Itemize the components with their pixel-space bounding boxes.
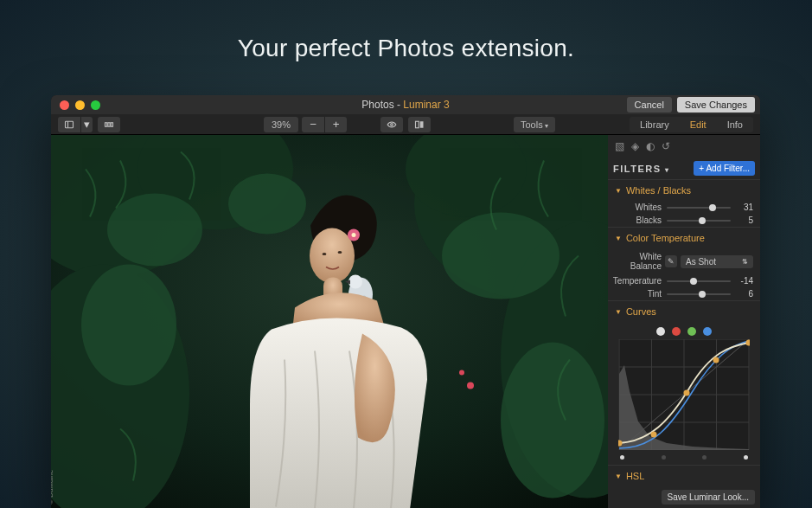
slider-whites[interactable]: Whites 31 (608, 201, 760, 214)
curve-dot[interactable] (702, 455, 707, 460)
svg-point-25 (467, 383, 474, 389)
layers-icon[interactable]: ◈ (631, 140, 639, 152)
slider-label: Blacks (608, 215, 662, 225)
main-area: © DaMaine ▧ ◈ ◐ ↺ FILTERS ▾ + Add Filter… (51, 135, 760, 508)
wb-dropdown[interactable]: As Shot ⇅ (681, 255, 753, 268)
curve-channel-green[interactable] (687, 327, 696, 336)
slider-label: Tint (608, 289, 662, 299)
tools-dropdown[interactable]: Tools ▾ (514, 117, 555, 132)
panel-whites-blacks: ▼ Whites / Blacks Whites 31 Blacks 5 (608, 179, 760, 227)
close-button[interactable] (60, 100, 69, 110)
panel-head-color-temp[interactable]: ▼ Color Temperature (608, 228, 760, 248)
slider-value: 31 (736, 203, 753, 212)
histogram-icon[interactable]: ▧ (615, 140, 624, 152)
zoom-percent[interactable]: 39% (264, 117, 298, 132)
curve-channel-luma[interactable] (656, 327, 665, 336)
svg-point-32 (352, 233, 356, 237)
disclosure-icon: ▼ (615, 308, 622, 316)
maximize-button[interactable] (91, 100, 100, 110)
slider-value: -14 (736, 276, 753, 286)
zoom-controls: 39% − + (264, 117, 347, 132)
slider-label: Temperature (608, 276, 662, 286)
panel-curves: ▼ Curves (608, 300, 760, 465)
filmstrip-icon[interactable] (98, 117, 120, 132)
slider-thumb[interactable] (699, 291, 706, 298)
tab-info[interactable]: Info (717, 117, 753, 132)
svg-point-17 (501, 343, 604, 498)
cancel-button[interactable]: Cancel (627, 97, 672, 113)
slider-track[interactable] (667, 293, 731, 295)
save-look-button[interactable]: Save Luminar Look... (662, 490, 756, 505)
toolbar: ▾ 39% − + Tools ▾ Library Edit Info (51, 114, 760, 135)
sidebar-toggle-icon[interactable] (58, 117, 80, 132)
panel-head-hsl[interactable]: ▼ HSL (608, 466, 760, 486)
panel-title: HSL (626, 471, 644, 481)
disclosure-icon: ▼ (615, 187, 622, 195)
image-canvas[interactable]: © DaMaine (51, 135, 608, 508)
preview-eye-icon[interactable] (380, 117, 403, 132)
layout-dropdown-icon[interactable]: ▾ (80, 117, 93, 132)
curve-channel-red[interactable] (672, 327, 681, 336)
panel-head-curves[interactable]: ▼ Curves (608, 301, 760, 322)
save-changes-button[interactable]: Save Changes (677, 97, 755, 113)
zoom-in-button[interactable]: + (324, 117, 347, 132)
curves-canvas[interactable] (618, 339, 750, 450)
disclosure-icon: ▼ (615, 235, 622, 242)
add-filter-button[interactable]: + Add Filter... (694, 161, 755, 176)
svg-point-48 (651, 432, 657, 438)
svg-point-26 (459, 370, 464, 376)
svg-point-16 (442, 213, 559, 299)
filters-header: FILTERS ▾ + Add Filter... (608, 158, 760, 179)
tab-edit[interactable]: Edit (680, 117, 717, 132)
layout-segment: ▾ (58, 117, 93, 132)
minimize-button[interactable] (75, 100, 85, 110)
panel-head-whites-blacks[interactable]: ▼ Whites / Blacks (608, 180, 760, 201)
white-balance-row: White Balance ✎ As Shot ⇅ (608, 248, 760, 274)
disclosure-icon: ▼ (615, 473, 622, 480)
curve-channel-blue[interactable] (703, 327, 712, 336)
titlebar-actions: Cancel Save Changes (627, 97, 755, 113)
filmstrip-toggle[interactable] (98, 117, 120, 132)
curve-dot[interactable] (662, 455, 666, 460)
slider-track[interactable] (667, 280, 731, 282)
curve-dot[interactable] (620, 455, 624, 460)
svg-point-18 (81, 265, 176, 386)
svg-rect-7 (420, 121, 424, 128)
svg-rect-4 (111, 122, 112, 126)
slider-track[interactable] (667, 220, 731, 222)
titlebar: Photos - Luminar 3 Cancel Save Changes (51, 95, 760, 114)
svg-point-50 (713, 357, 719, 363)
slider-track[interactable] (667, 207, 731, 209)
slider-thumb[interactable] (690, 278, 697, 285)
eyedropper-icon[interactable]: ✎ (665, 255, 677, 267)
slider-thumb[interactable] (699, 217, 706, 224)
svg-point-49 (684, 390, 690, 396)
svg-rect-0 (66, 121, 74, 128)
slider-value: 5 (736, 215, 753, 225)
panel-title: Color Temperature (626, 233, 705, 243)
compare-split-icon[interactable] (408, 117, 431, 132)
slider-temperature[interactable]: Temperature -14 (608, 274, 760, 287)
svg-rect-3 (108, 122, 110, 126)
curve-dot[interactable] (744, 455, 748, 460)
svg-point-29 (323, 253, 327, 255)
chevron-updown-icon: ⇅ (742, 258, 748, 266)
zoom-out-button[interactable]: − (302, 117, 324, 132)
photo-credit: © DaMaine (51, 470, 54, 505)
slider-value: 6 (736, 289, 753, 299)
mask-icon[interactable]: ◐ (646, 140, 655, 152)
tools-label: Tools (521, 119, 543, 130)
svg-rect-6 (416, 121, 419, 128)
app-window: Photos - Luminar 3 Cancel Save Changes ▾… (51, 95, 760, 508)
slider-tint[interactable]: Tint 6 (608, 287, 760, 300)
panel-title: Whites / Blacks (626, 185, 691, 196)
svg-point-51 (746, 340, 751, 346)
preview-controls (380, 117, 431, 132)
slider-thumb[interactable] (709, 204, 716, 211)
mode-tabs: Library Edit Info (630, 117, 753, 132)
slider-blacks[interactable]: Blacks 5 (608, 214, 760, 227)
filters-title[interactable]: FILTERS ▾ (613, 164, 670, 174)
history-icon[interactable]: ↺ (662, 140, 670, 152)
svg-point-30 (338, 251, 342, 254)
tab-library[interactable]: Library (630, 117, 680, 132)
